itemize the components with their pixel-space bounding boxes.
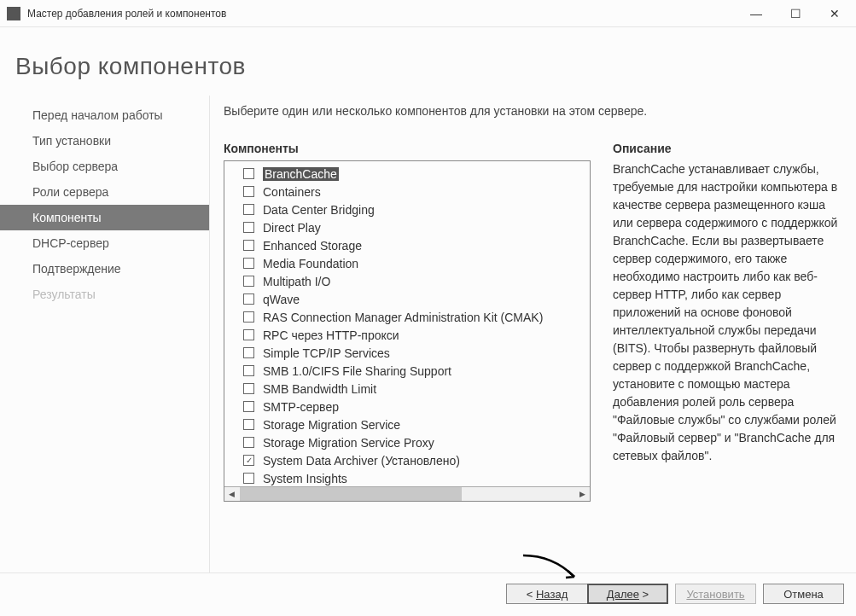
description-heading: Описание	[613, 142, 844, 155]
titlebar: Мастер добавления ролей и компонентов — …	[0, 0, 856, 27]
feature-label: Direct Play	[263, 221, 321, 235]
feature-row[interactable]: Simple TCP/IP Services	[224, 344, 590, 362]
feature-label: BranchCache	[263, 167, 339, 181]
feature-row[interactable]: Enhanced Storage	[224, 236, 590, 254]
nav-button-group: < Назад Далее >	[506, 584, 668, 604]
wizard-window: Мастер добавления ролей и компонентов — …	[0, 0, 856, 616]
feature-label: Simple TCP/IP Services	[263, 346, 390, 360]
wizard-footer: < Назад Далее > Установить Отмена	[0, 572, 856, 616]
instruction-text: Выберите один или несколько компонентов …	[224, 104, 844, 118]
sidebar-item-6[interactable]: Подтверждение	[0, 256, 209, 282]
feature-label: Enhanced Storage	[263, 239, 362, 253]
features-heading: Компоненты	[224, 142, 591, 155]
minimize-button[interactable]: —	[737, 1, 776, 26]
sidebar-item-1[interactable]: Тип установки	[0, 128, 209, 154]
description-text: BranchCache устанавливает службы, требуе…	[613, 160, 844, 465]
features-listbox-wrap: BranchCacheContainersData Center Bridgin…	[224, 160, 591, 502]
sidebar-item-3[interactable]: Роли сервера	[0, 179, 209, 205]
feature-row[interactable]: Multipath I/O	[224, 272, 590, 290]
horizontal-scrollbar[interactable]: ◀ ▶	[224, 486, 590, 501]
feature-row[interactable]: Storage Migration Service Proxy	[224, 433, 590, 451]
wizard-body: Перед началом работыТип установкиВыбор с…	[0, 96, 856, 572]
feature-label: Storage Migration Service	[263, 418, 400, 432]
checkbox-icon[interactable]	[243, 455, 254, 466]
sidebar-item-0[interactable]: Перед началом работы	[0, 102, 209, 128]
features-listbox[interactable]: BranchCacheContainersData Center Bridgin…	[224, 161, 590, 486]
feature-row[interactable]: Media Foundation	[224, 254, 590, 272]
next-button[interactable]: Далее >	[587, 584, 668, 604]
features-column: Компоненты BranchCacheContainersData Cen…	[224, 142, 591, 572]
scroll-right-icon[interactable]: ▶	[575, 487, 590, 501]
feature-label: qWave	[263, 293, 300, 306]
window-controls: — ☐ ✕	[737, 1, 854, 26]
feature-label: Multipath I/O	[263, 275, 330, 288]
description-column: Описание BranchCache устанавливает служб…	[613, 142, 844, 572]
feature-row[interactable]: SMB 1.0/CIFS File Sharing Support	[224, 362, 590, 380]
checkbox-icon[interactable]	[243, 437, 254, 448]
checkbox-icon[interactable]	[243, 204, 254, 215]
cancel-button[interactable]: Отмена	[763, 584, 844, 604]
app-icon	[7, 7, 20, 20]
hscroll-thumb[interactable]	[240, 487, 462, 501]
checkbox-icon[interactable]	[243, 276, 254, 287]
page-header: Выбор компонентов	[0, 27, 856, 96]
checkbox-icon[interactable]	[243, 383, 254, 394]
feature-row[interactable]: RPC через HTTP-прокси	[224, 326, 590, 344]
feature-label: Containers	[263, 185, 321, 199]
checkbox-icon[interactable]	[243, 473, 254, 484]
feature-label: System Insights	[263, 472, 347, 485]
content-columns: Компоненты BranchCacheContainersData Cen…	[224, 142, 844, 572]
checkbox-icon[interactable]	[243, 311, 254, 323]
feature-label: SMB 1.0/CIFS File Sharing Support	[263, 364, 451, 378]
checkbox-icon[interactable]	[243, 258, 254, 269]
feature-row[interactable]: Storage Migration Service	[224, 416, 590, 433]
feature-label: System Data Archiver (Установлено)	[263, 454, 460, 468]
checkbox-icon[interactable]	[243, 240, 254, 251]
feature-label: RAS Connection Manager Administration Ki…	[263, 311, 543, 324]
hscroll-track[interactable]	[463, 487, 575, 501]
checkbox-icon[interactable]	[243, 365, 254, 376]
feature-row[interactable]: SMB Bandwidth Limit	[224, 380, 590, 398]
feature-label: Storage Migration Service Proxy	[263, 436, 434, 450]
feature-label: RPC через HTTP-прокси	[263, 328, 399, 342]
checkbox-icon[interactable]	[243, 401, 254, 412]
scroll-left-icon[interactable]: ◀	[224, 487, 239, 501]
maximize-button[interactable]: ☐	[776, 1, 815, 26]
feature-row[interactable]: Containers	[224, 183, 590, 200]
back-button[interactable]: < Назад	[506, 584, 587, 604]
feature-row[interactable]: RAS Connection Manager Administration Ki…	[224, 308, 590, 326]
feature-row[interactable]: System Data Archiver (Установлено)	[224, 451, 590, 469]
sidebar-item-4[interactable]: Компоненты	[0, 205, 209, 230]
feature-row[interactable]: Data Center Bridging	[224, 200, 590, 218]
feature-row[interactable]: qWave	[224, 290, 590, 308]
wizard-content: Выберите один или несколько компонентов …	[209, 96, 856, 572]
checkbox-icon[interactable]	[243, 168, 254, 179]
feature-row[interactable]: BranchCache	[224, 165, 590, 183]
window-title: Мастер добавления ролей и компонентов	[27, 8, 737, 20]
feature-label: SMTP-сервер	[263, 400, 339, 414]
checkbox-icon[interactable]	[243, 419, 254, 430]
checkbox-icon[interactable]	[243, 347, 254, 358]
sidebar-item-2[interactable]: Выбор сервера	[0, 154, 209, 179]
checkbox-icon[interactable]	[243, 329, 254, 340]
feature-label: Media Foundation	[263, 257, 358, 270]
feature-label: Data Center Bridging	[263, 203, 375, 217]
checkbox-icon[interactable]	[243, 186, 254, 197]
install-button[interactable]: Установить	[675, 584, 756, 604]
sidebar-item-7: Результаты	[0, 282, 209, 307]
feature-row[interactable]: SMTP-сервер	[224, 398, 590, 416]
feature-row[interactable]: Direct Play	[224, 218, 590, 236]
page-title: Выбор компонентов	[15, 53, 856, 80]
checkbox-icon[interactable]	[243, 293, 254, 305]
close-button[interactable]: ✕	[815, 1, 854, 26]
feature-row[interactable]: System Insights	[224, 469, 590, 486]
checkbox-icon[interactable]	[243, 222, 254, 233]
sidebar-item-5[interactable]: DHCP-сервер	[0, 230, 209, 256]
wizard-sidebar: Перед началом работыТип установкиВыбор с…	[0, 96, 209, 572]
feature-label: SMB Bandwidth Limit	[263, 382, 376, 396]
